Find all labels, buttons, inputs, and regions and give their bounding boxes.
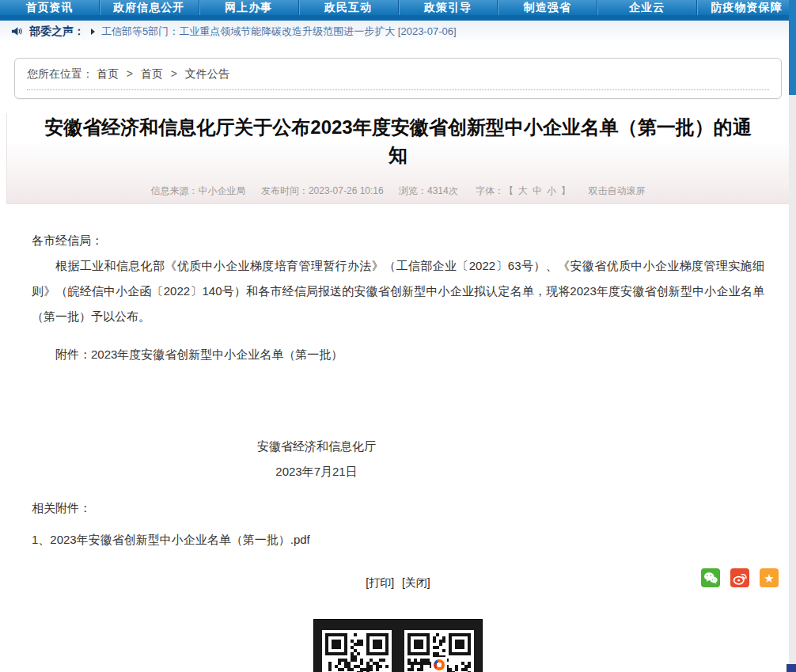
font-size-large-button[interactable]: 大 <box>518 185 528 196</box>
font-size-medium-button[interactable]: 中 <box>533 185 542 196</box>
article-meta: 信息来源：中小企业局 发布时间：2023-07-26 10:16 浏览：4314… <box>7 180 789 203</box>
article-body: 各市经信局： 根据工业和信息化部《优质中小企业梯度培育管理暂行办法》（工信部企业… <box>0 204 796 552</box>
font-size-label: 字体：【 <box>476 185 514 196</box>
wechat-qr-item: 微信平台 <box>404 630 474 672</box>
close-button[interactable]: [关闭] <box>402 576 430 589</box>
breadcrumb-category-link[interactable]: 文件公告 <box>185 67 229 80</box>
sign-date: 2023年7月21日 <box>32 459 601 484</box>
share-icons-group: ★ <box>701 568 779 587</box>
scrollbar-thumb[interactable] <box>789 0 796 95</box>
weibo-qr-code <box>325 633 389 672</box>
nav-item-gov-info[interactable]: 政府信息公开 <box>99 0 199 15</box>
font-size-label-end: 】 <box>561 185 570 196</box>
nav-item-policy-guide[interactable]: 政策引导 <box>398 0 498 15</box>
weibo-qr-box <box>322 630 392 672</box>
nav-item-interaction[interactable]: 政民互动 <box>298 0 398 15</box>
meta-view-count: 浏览：4314次 <box>399 185 458 196</box>
related-attachments-label: 相关附件： <box>32 495 764 521</box>
page: 首页资讯 政府信息公开 网上办事 政民互动 政策引导 制造强省 企业云 防疫物资… <box>0 0 796 672</box>
article-header: 安徽省经济和信息化厅关于公布2023年度安徽省创新型中小企业名单（第一批）的通知… <box>6 113 790 204</box>
nav-item-manufacturing[interactable]: 制造强省 <box>497 0 597 15</box>
dotted-divider <box>27 89 769 93</box>
font-size-control: 字体：【大中小】 <box>473 185 573 196</box>
breadcrumb-separator: > <box>171 67 177 80</box>
news-ticker: 部委之声： 工信部等5部门：工业重点领域节能降碳改造升级范围进一步扩大 [202… <box>0 21 796 42</box>
weibo-qr-item: 微博扫描 <box>322 630 392 672</box>
scrollbar-track[interactable] <box>789 0 796 672</box>
print-button[interactable]: [打印] <box>366 576 394 589</box>
nav-item-enterprise-cloud[interactable]: 企业云 <box>597 0 696 15</box>
wechat-qr-center-logo <box>431 657 447 672</box>
nav-item-online-services[interactable]: 网上办事 <box>199 0 298 15</box>
wechat-share-icon[interactable] <box>701 568 720 587</box>
wechat-bubbles-icon <box>703 571 718 584</box>
breadcrumb: 您所在位置： 首页 > 首页 > 文件公告 <box>27 67 769 82</box>
qr-code-panel: 微博扫描 微信平台 <box>313 619 483 672</box>
page-title: 安徽省经济和信息化厅关于公布2023年度安徽省创新型中小企业名单（第一批）的通知 <box>39 113 758 169</box>
body-paragraph: 根据工业和信息化部《优质中小企业梯度培育管理暂行办法》（工信部企业〔2022〕6… <box>32 253 764 329</box>
scrollbar-corner <box>787 664 796 672</box>
ticker-arrow-icon <box>91 28 95 35</box>
print-close-group: [打印] [关闭] <box>0 576 796 590</box>
breadcrumb-home2-link[interactable]: 首页 <box>141 67 163 80</box>
signer-name: 安徽省经济和信息化厅 <box>32 434 601 459</box>
ticker-label: 部委之声： <box>29 25 85 39</box>
meta-autoscroll-hint[interactable]: 双击自动滚屏 <box>588 185 645 196</box>
meta-source: 信息来源：中小企业局 <box>151 185 246 196</box>
breadcrumb-prefix: 您所在位置： <box>27 67 93 80</box>
weibo-share-icon[interactable] <box>730 568 749 587</box>
speaker-icon <box>11 25 23 37</box>
signature-block: 安徽省经济和信息化厅 2023年7月21日 <box>32 434 601 484</box>
meta-publish-time: 发布时间：2023-07-26 10:16 <box>261 185 384 196</box>
top-navigation: 首页资讯 政府信息公开 网上办事 政民互动 政策引导 制造强省 企业云 防疫物资… <box>0 0 796 15</box>
breadcrumb-box: 您所在位置： 首页 > 首页 > 文件公告 <box>14 58 782 99</box>
nav-item-home-news[interactable]: 首页资讯 <box>0 0 99 15</box>
favorite-star-icon[interactable]: ★ <box>760 568 779 587</box>
nav-item-epidemic-supplies[interactable]: 防疫物资保障 <box>696 0 796 15</box>
attachment-line: 附件：2023年度安徽省创新型中小企业名单（第一批） <box>32 342 764 367</box>
breadcrumb-home-link[interactable]: 首页 <box>97 67 119 80</box>
font-size-small-button[interactable]: 小 <box>547 185 556 196</box>
actions-row: [打印] [关闭] <box>0 576 796 598</box>
wechat-qr-box <box>404 630 474 672</box>
salutation-text: 各市经信局： <box>32 228 764 253</box>
breadcrumb-separator: > <box>127 67 133 80</box>
ticker-news-link[interactable]: 工信部等5部门：工业重点领域节能降碳改造升级范围进一步扩大 [2023-07-0… <box>101 25 457 39</box>
weibo-eye-icon <box>733 571 747 585</box>
related-attachment-link[interactable]: 1、2023年安徽省创新型中小企业名单（第一批）.pdf <box>32 527 764 552</box>
nav-bottom-strip <box>0 15 796 21</box>
